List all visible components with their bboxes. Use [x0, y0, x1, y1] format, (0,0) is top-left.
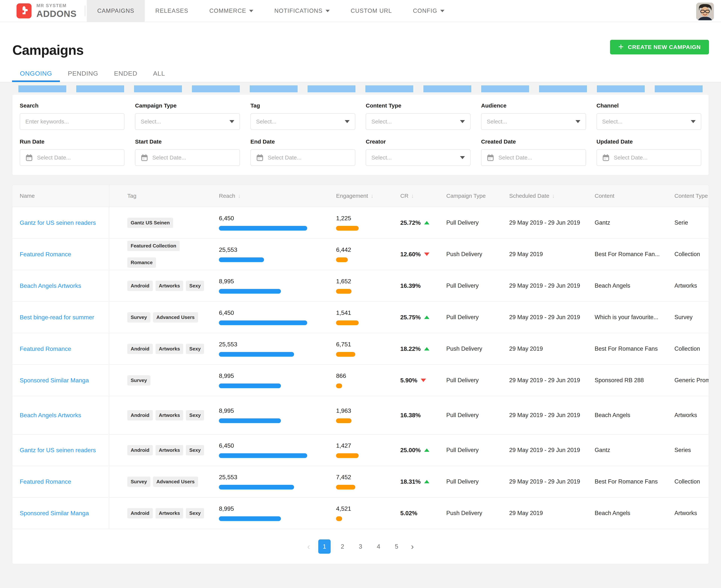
chevron-down-icon	[229, 120, 234, 123]
engagement-value: 1,225	[336, 215, 351, 222]
date-placeholder: Select Date...	[152, 154, 186, 161]
creator-select[interactable]: Select...	[366, 149, 470, 166]
page-button-3[interactable]: 3	[354, 540, 367, 554]
scheduled-date-cell: 29 May 2019 - 29 Jun 2019	[509, 365, 595, 396]
sort-descending-icon[interactable]: ↓	[552, 193, 555, 199]
nav-item-campaigns[interactable]: CAMPAIGNS	[87, 0, 145, 22]
column-header-scheduled-date[interactable]: Scheduled Date↓	[509, 185, 595, 207]
tag-chip: Advanced Users	[153, 477, 198, 487]
tab-ongoing[interactable]: ONGOING	[12, 70, 60, 82]
created-date-picker[interactable]: Select Date...	[481, 149, 586, 166]
campaign-name-link[interactable]: Featured Romance	[20, 251, 71, 258]
tag-chip: Android	[127, 508, 153, 518]
engagement-bar	[336, 485, 355, 489]
chevron-down-icon	[440, 10, 444, 12]
engagement-bar	[336, 320, 359, 325]
brand[interactable]: MR SYSTEM ADDONS	[0, 0, 77, 22]
campaign-type-cell: Pull Delivery	[446, 270, 509, 301]
reach-bar	[219, 383, 281, 388]
reach-value: 6,450	[219, 309, 234, 316]
updated-date-picker[interactable]: Select Date...	[597, 149, 701, 166]
nav-item-custom-url[interactable]: CUSTOM URL	[340, 0, 402, 22]
tag-chip: Artworks	[156, 410, 183, 420]
run-date-picker[interactable]: Select Date...	[20, 149, 124, 166]
campaign-name-link[interactable]: Featured Romance	[20, 478, 71, 485]
table-row: Featured RomanceSurveyAdvanced Users25,5…	[12, 466, 709, 498]
column-header-cr[interactable]: CR↓	[400, 185, 446, 207]
calendar-icon	[602, 154, 610, 161]
campaign-name-link[interactable]: Sponsored Similar Manga	[20, 510, 89, 517]
campaign-name-link[interactable]: Sponsored Similar Manga	[20, 377, 89, 384]
page-button-1[interactable]: 1	[318, 540, 331, 554]
nav-item-notifications[interactable]: NOTIFICATIONS	[264, 0, 340, 22]
campaign-name-link[interactable]: Beach Angels Artworks	[20, 282, 81, 289]
tag-cell: AndroidArtworksSexy	[109, 396, 215, 434]
sort-descending-icon[interactable]: ↓	[238, 193, 241, 199]
trend-up-icon	[424, 448, 429, 452]
search-input[interactable]	[20, 113, 124, 130]
cr-cell: 12.60%	[400, 239, 446, 270]
sort-descending-icon[interactable]: ↓	[411, 193, 414, 199]
audience-select[interactable]: Select...	[481, 113, 586, 130]
campaign-name-link[interactable]: Gantz for US seinen readers	[20, 219, 96, 226]
engagement-value: 1,427	[336, 442, 351, 449]
content-cell: Gantz	[595, 435, 675, 466]
reach-cell: 8,995	[215, 396, 335, 434]
sort-descending-icon[interactable]: ↓	[370, 193, 374, 199]
reach-value: 25,553	[219, 474, 237, 481]
campaign-type-value: Pull Delivery	[446, 282, 479, 289]
tag-chip: Android	[127, 281, 153, 291]
page-button-4[interactable]: 4	[372, 540, 385, 554]
filter-label: Search	[20, 102, 124, 109]
campaign-name-link[interactable]: Featured Romance	[20, 345, 71, 352]
content-cell: Best For Romance Fan...	[595, 239, 675, 270]
engagement-cell: 4,521	[335, 498, 400, 529]
tag-chip: Survey	[127, 312, 151, 322]
cr-value: 25.00%	[400, 447, 421, 454]
tag-chip: Survey	[127, 375, 151, 385]
content-type-select[interactable]: Select...	[366, 113, 470, 130]
campaign-name-cell: Featured Romance	[12, 239, 109, 270]
column-header-reach[interactable]: Reach↓	[215, 185, 335, 207]
tab-all[interactable]: ALL	[145, 70, 173, 82]
content-type-value: Collection	[675, 251, 700, 258]
tab-pending[interactable]: PENDING	[60, 70, 106, 82]
page-button-2[interactable]: 2	[336, 540, 349, 554]
campaign-type-cell: Push Delivery	[446, 498, 509, 529]
tag-select[interactable]: Select...	[251, 113, 355, 130]
user-avatar[interactable]	[696, 3, 714, 20]
end-date-picker[interactable]: Select Date...	[251, 149, 355, 166]
content-type-cell: Survey	[675, 302, 709, 333]
cr-value: 18.22%	[400, 345, 421, 352]
tag-chip: Advanced Users	[153, 312, 198, 322]
campaign-name-link[interactable]: Gantz for US seinen readers	[20, 447, 96, 454]
campaign-name-link[interactable]: Beach Angels Artworks	[20, 412, 81, 419]
engagement-value: 4,521	[336, 505, 351, 512]
create-new-campaign-button[interactable]: + CREATE NEW CAMPAIGN	[610, 40, 709, 55]
nav-item-commerce[interactable]: COMMERCE	[199, 0, 264, 22]
create-button-label: CREATE NEW CAMPAIGN	[628, 44, 701, 50]
reach-value: 6,450	[219, 442, 234, 449]
start-date-picker[interactable]: Select Date...	[135, 149, 240, 166]
page-button-5[interactable]: 5	[390, 540, 403, 554]
nav-item-releases[interactable]: RELEASES	[145, 0, 199, 22]
content-cell: Sponsored RB 288	[595, 365, 675, 396]
column-header-engagement[interactable]: Engagement↓	[335, 185, 400, 207]
cr-value: 12.60%	[400, 251, 421, 258]
channel-select[interactable]: Select...	[597, 113, 701, 130]
filter-field-updated-date: Updated DateSelect Date...	[597, 139, 701, 166]
tag-cell: AndroidArtworksSexy	[109, 498, 215, 529]
campaign-name-link[interactable]: Best binge-read for summer	[20, 314, 94, 321]
content-type-cell: Generic Promotion	[675, 365, 709, 396]
search-input-field[interactable]	[25, 119, 119, 125]
campaign-type-value: Pull Delivery	[446, 412, 479, 419]
select-placeholder: Select...	[141, 119, 161, 125]
content-type-value: Serie	[675, 219, 688, 226]
next-page-icon[interactable]: ›	[408, 542, 417, 551]
tab-ended[interactable]: ENDED	[106, 70, 145, 82]
campaign-type-cell: Pull Delivery	[446, 207, 509, 238]
tag-cell: AndroidArtworksSexy	[109, 435, 215, 466]
engagement-value: 1,541	[336, 309, 351, 316]
nav-item-config[interactable]: CONFIG	[402, 0, 455, 22]
campaign-type-select[interactable]: Select...	[135, 113, 240, 130]
